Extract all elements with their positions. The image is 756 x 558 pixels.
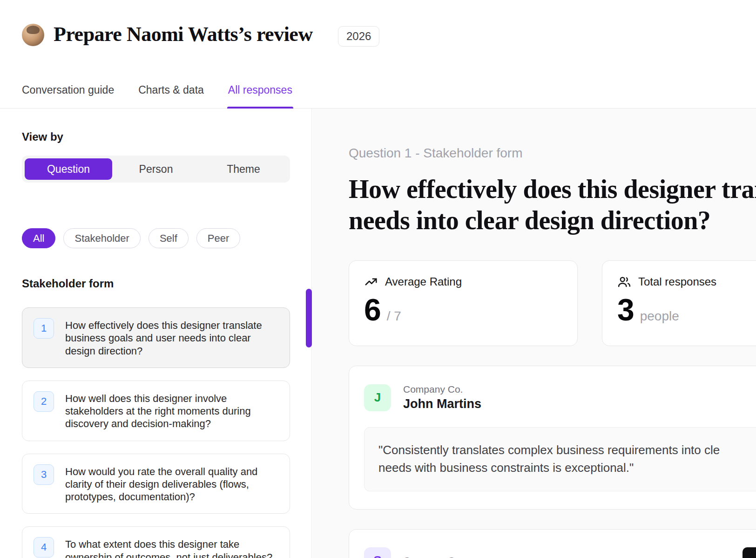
responder-company: Company Co. bbox=[403, 384, 481, 395]
average-rating-card: Average Rating 6 / 7 bbox=[349, 260, 578, 346]
view-mode-theme[interactable]: Theme bbox=[200, 158, 287, 180]
total-responses-value: 3 bbox=[617, 294, 634, 325]
filter-peer[interactable]: Peer bbox=[196, 228, 240, 248]
response-quote: "Consistently translates complex busines… bbox=[364, 427, 756, 491]
view-by-label: View by bbox=[22, 130, 290, 143]
section-title-stakeholder-form: Stakeholder form bbox=[22, 277, 290, 290]
sidebar-scrollbar-thumb[interactable] bbox=[306, 289, 312, 347]
question-text: How well does this designer involve stak… bbox=[65, 391, 278, 430]
responder-avatar: S bbox=[364, 547, 391, 558]
responder-avatar: J bbox=[364, 384, 391, 411]
question-heading: How effectively does this designer trans… bbox=[349, 174, 756, 236]
question-context-label: Question 1 - Stakeholder form bbox=[349, 146, 756, 161]
average-rating-value: 6 bbox=[364, 294, 381, 325]
average-rating-label: Average Rating bbox=[385, 275, 462, 288]
main-panel: Question 1 - Stakeholder form How effect… bbox=[312, 109, 756, 558]
question-text: To what extent does this designer take o… bbox=[65, 537, 278, 558]
question-card-1[interactable]: 1 How effectively does this designer tra… bbox=[22, 307, 290, 368]
view-mode-segmented-control: Question Person Theme bbox=[22, 156, 290, 183]
question-list: 1 How effectively does this designer tra… bbox=[22, 307, 290, 558]
tab-bar: Conversation guide Charts & data All res… bbox=[0, 72, 756, 109]
filter-pills: All Stakeholder Self Peer bbox=[22, 228, 290, 248]
question-number: 3 bbox=[34, 464, 54, 485]
question-card-3[interactable]: 3 How would you rate the overall quality… bbox=[22, 454, 290, 514]
question-number: 4 bbox=[34, 537, 54, 558]
filter-stakeholder[interactable]: Stakeholder bbox=[63, 228, 140, 248]
question-text: How effectively does this designer trans… bbox=[65, 318, 278, 357]
stats-row: Average Rating 6 / 7 Total responses bbox=[349, 260, 756, 346]
responder-company: Company Co. bbox=[403, 555, 463, 558]
header: Prepare Naomi Watts’s review 2026 bbox=[0, 0, 756, 72]
total-responses-unit: people bbox=[640, 309, 679, 324]
page-title: Prepare Naomi Watts’s review bbox=[54, 22, 313, 46]
average-rating-scale: / 7 bbox=[387, 309, 401, 324]
tab-conversation-guide[interactable]: Conversation guide bbox=[22, 72, 114, 108]
response-card-2: S Company Co. bbox=[349, 529, 756, 558]
question-number: 2 bbox=[34, 391, 54, 412]
question-text: How would you rate the overall quality a… bbox=[65, 464, 278, 504]
filter-self[interactable]: Self bbox=[148, 228, 189, 248]
tab-all-responses[interactable]: All responses bbox=[228, 72, 292, 108]
trend-up-icon bbox=[364, 275, 378, 289]
question-card-4[interactable]: 4 To what extent does this designer take… bbox=[22, 526, 290, 558]
tab-charts-data[interactable]: Charts & data bbox=[138, 72, 204, 108]
response-card-1: J Company Co. John Martins "Consistently… bbox=[349, 366, 756, 509]
question-card-2[interactable]: 2 How well does this designer involve st… bbox=[22, 381, 290, 441]
view-mode-question[interactable]: Question bbox=[25, 158, 112, 180]
rating-badge bbox=[742, 547, 756, 558]
year-badge: 2026 bbox=[338, 26, 379, 47]
total-responses-label: Total responses bbox=[638, 275, 716, 288]
user-avatar bbox=[22, 24, 44, 46]
people-icon bbox=[617, 275, 631, 289]
view-mode-person[interactable]: Person bbox=[112, 158, 200, 180]
total-responses-card: Total responses 3 people bbox=[602, 260, 756, 346]
filter-all[interactable]: All bbox=[22, 228, 55, 248]
responder-name: John Martins bbox=[403, 397, 481, 411]
question-number: 1 bbox=[34, 318, 54, 339]
sidebar: View by Question Person Theme All Stakeh… bbox=[0, 109, 312, 558]
